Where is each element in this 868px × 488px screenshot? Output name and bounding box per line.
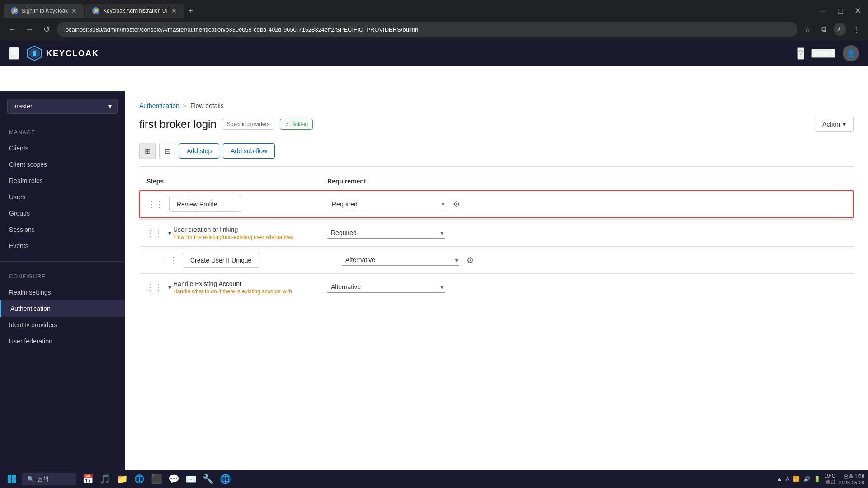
user-creation-expand-button[interactable]: ▾: [168, 230, 171, 237]
tab-admin[interactable]: 🔑 Keycloak Administration UI ✕: [85, 4, 184, 18]
taskbar-files-app[interactable]: 📁: [114, 471, 130, 487]
user-creation-name: User creation or linking: [173, 226, 293, 233]
review-profile-select-wrapper: Required Alternative Disabled Conditiona…: [328, 199, 446, 210]
sidebar-item-realm-settings[interactable]: Realm settings: [0, 284, 125, 300]
breadcrumb-separator: >: [183, 102, 187, 109]
handle-existing-drag-handle[interactable]: ⋮⋮: [146, 282, 163, 292]
content-divider: [139, 166, 854, 167]
start-button[interactable]: [4, 471, 20, 487]
reload-button[interactable]: ↺: [40, 23, 53, 36]
view-table-button[interactable]: ⊞: [139, 143, 156, 159]
users-label: Users: [9, 193, 26, 201]
events-label: Events: [9, 242, 28, 249]
handle-existing-expand-button[interactable]: ▾: [168, 284, 171, 291]
taskbar-browser2-app[interactable]: 🌐: [217, 471, 233, 487]
minimize-window-button[interactable]: ─: [816, 4, 830, 18]
svg-rect-4: [12, 475, 16, 479]
flow-row-create-user-unique: ⋮⋮ Create User If Unique Required Altern…: [139, 246, 854, 273]
sidebar-item-identity-providers[interactable]: Identity providers: [0, 317, 125, 333]
close-window-button[interactable]: ✕: [851, 4, 864, 18]
user-federation-label: User federation: [9, 338, 52, 345]
hamburger-menu[interactable]: ☰: [9, 47, 19, 60]
authentication-label: Authentication: [10, 305, 51, 312]
add-step-button[interactable]: Add step: [179, 143, 219, 159]
search-label: 검색: [37, 475, 49, 483]
table-view-icon: ⊞: [145, 147, 151, 155]
badge-specific-providers[interactable]: Specific providers: [222, 119, 275, 130]
taskbar-calendar-app[interactable]: 📅: [80, 471, 96, 487]
tab-sign-in[interactable]: 🔑 Sign in to Keycloak ✕: [4, 4, 84, 18]
realm-selector[interactable]: master ▾: [7, 99, 118, 114]
new-tab-button[interactable]: +: [185, 6, 197, 16]
weather-widget: 19°C 흐림: [824, 473, 835, 485]
create-user-requirement-select[interactable]: Required Alternative Disabled Conditiona…: [342, 254, 459, 266]
url-input[interactable]: [57, 22, 797, 37]
steps-header: Steps Requirement: [139, 174, 854, 188]
menu-button[interactable]: ⋮: [850, 23, 863, 36]
admin-dropdown[interactable]: admin ▾: [811, 49, 835, 58]
svg-rect-6: [12, 479, 16, 483]
create-user-gear-button[interactable]: ⚙: [463, 253, 477, 267]
page-title: first broker login: [139, 118, 217, 131]
user-creation-select-wrapper: Required Alternative Disabled Conditiona…: [327, 227, 445, 239]
sidebar-item-groups[interactable]: Groups: [0, 205, 125, 221]
sidebar: master ▾ Manage Clients Client scopes Re…: [0, 91, 125, 488]
user-creation-description: Flow for the existing/non-existing user …: [173, 234, 293, 240]
taskbar-terminal-app[interactable]: ⬛: [148, 471, 165, 487]
taskbar-chrome-app[interactable]: 🌐: [131, 471, 147, 487]
breadcrumb-parent[interactable]: Authentication: [139, 102, 179, 109]
back-button[interactable]: ←: [5, 23, 19, 36]
taskbar-apps: 📅 🎵 📁 🌐 ⬛ 💬 ✉️ 🔧 🌐: [80, 471, 233, 487]
view-alt-button[interactable]: ⊟: [159, 143, 175, 159]
tab-close-2[interactable]: ✕: [171, 7, 177, 14]
help-button[interactable]: ?: [797, 47, 804, 60]
avatar-button[interactable]: 👤: [843, 45, 859, 61]
handle-existing-req-col: Required Alternative Disabled Conditiona…: [327, 282, 846, 293]
handle-existing-description: Handle what to do if there is existing a…: [173, 288, 292, 295]
taskbar-tool-app[interactable]: 🔧: [200, 471, 216, 487]
maximize-window-button[interactable]: □: [834, 4, 847, 18]
handle-existing-steps-col: ⋮⋮ ▾ Handle Existing Account Handle what…: [146, 280, 327, 295]
taskbar-chat-app[interactable]: 💬: [165, 471, 182, 487]
create-user-drag-handle[interactable]: ⋮⋮: [161, 255, 177, 265]
sidebar-item-users[interactable]: Users: [0, 189, 125, 205]
admin-label: admin: [812, 50, 830, 57]
profile-button[interactable]: 시: [834, 23, 846, 36]
user-creation-drag-handle[interactable]: ⋮⋮: [146, 228, 163, 238]
sidebar-item-clients[interactable]: Clients: [0, 140, 125, 156]
weather-condition: 흐림: [826, 479, 835, 485]
user-creation-req-col: Required Alternative Disabled Conditiona…: [327, 227, 846, 239]
forward-button[interactable]: →: [23, 23, 36, 36]
sidebar-item-realm-roles[interactable]: Realm roles: [0, 173, 125, 189]
extension-button[interactable]: ⧉: [817, 23, 830, 36]
check-icon: ✓: [285, 121, 289, 127]
col-requirement-label: Requirement: [327, 178, 366, 185]
sidebar-item-events[interactable]: Events: [0, 238, 125, 254]
review-profile-req-col: Required Alternative Disabled Conditiona…: [328, 197, 845, 211]
col-steps-label: Steps: [146, 178, 164, 185]
admin-arrow: ▾: [831, 50, 835, 57]
review-profile-requirement-select[interactable]: Required Alternative Disabled Conditiona…: [328, 199, 446, 210]
user-creation-requirement-select[interactable]: Required Alternative Disabled Conditiona…: [327, 227, 445, 239]
chevron-up-icon[interactable]: ▲: [777, 476, 782, 482]
realm-dropdown-icon: ▾: [108, 103, 112, 110]
client-scopes-label: Client scopes: [9, 161, 47, 168]
add-subflow-button[interactable]: Add sub-flow: [223, 143, 275, 159]
sidebar-item-authentication[interactable]: Authentication: [0, 300, 125, 317]
sidebar-item-sessions[interactable]: Sessions: [0, 221, 125, 238]
review-profile-drag-handle[interactable]: ⋮⋮: [147, 199, 164, 209]
action-button[interactable]: Action ▾: [815, 117, 854, 132]
handle-existing-requirement-select[interactable]: Required Alternative Disabled Conditiona…: [327, 282, 445, 293]
clock-widget[interactable]: 오후 1:38 2023-05-28: [839, 473, 864, 485]
review-profile-gear-button[interactable]: ⚙: [449, 197, 464, 211]
battery-icon: 🔋: [814, 476, 821, 482]
sidebar-item-user-federation[interactable]: User federation: [0, 333, 125, 349]
taskbar-search[interactable]: 🔍 검색: [22, 473, 76, 485]
tab-close-1[interactable]: ✕: [71, 7, 77, 14]
taskbar-music-app[interactable]: 🎵: [97, 471, 113, 487]
taskbar-mail-app[interactable]: ✉️: [183, 471, 199, 487]
user-creation-steps-col: ⋮⋮ ▾ User creation or linking Flow for t…: [146, 226, 327, 240]
realm-roles-label: Realm roles: [9, 177, 43, 184]
bookmark-button[interactable]: ☆: [801, 23, 814, 36]
sidebar-item-client-scopes[interactable]: Client scopes: [0, 156, 125, 173]
